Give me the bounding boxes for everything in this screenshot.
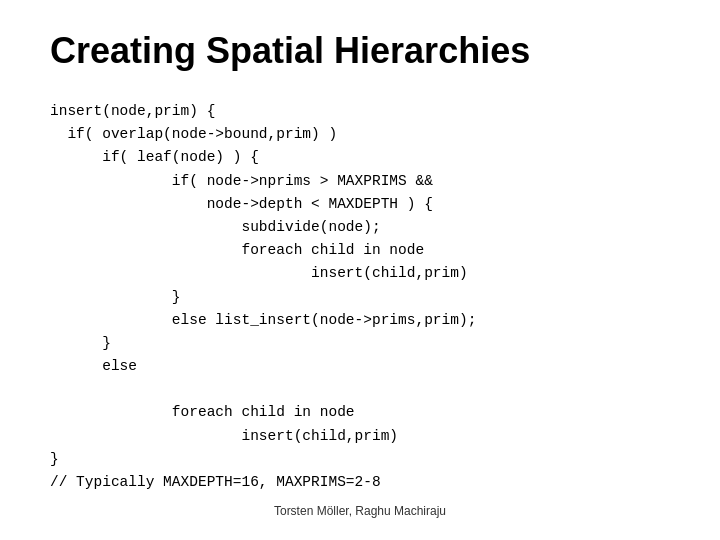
code-block: insert(node,prim) { if( overlap(node->bo… bbox=[50, 100, 670, 494]
footer-text: Torsten Möller, Raghu Machiraju bbox=[50, 504, 670, 518]
slide-title: Creating Spatial Hierarchies bbox=[50, 30, 670, 72]
slide: Creating Spatial Hierarchies insert(node… bbox=[0, 0, 720, 540]
